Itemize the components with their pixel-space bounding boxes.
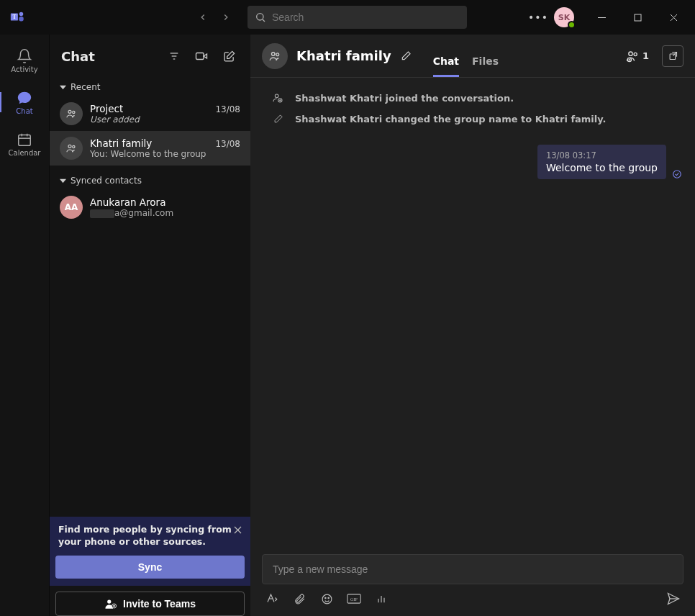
- participants-count: 1: [642, 50, 649, 61]
- chat-row-khatri-family[interactable]: Khatri family 13/08 You: Welcome to the …: [50, 131, 250, 166]
- svg-point-1: [19, 12, 24, 17]
- message-bubble[interactable]: 13/08 03:17 Welcome to the group: [537, 145, 666, 179]
- svg-point-21: [73, 111, 75, 113]
- rail-label: Activity: [11, 65, 37, 73]
- svg-point-33: [629, 52, 632, 55]
- tab-chat[interactable]: Chat: [433, 55, 459, 77]
- emoji-button[interactable]: [319, 592, 334, 606]
- chat-icon: [17, 90, 32, 106]
- chat-list-panel: Chat Recent Project: [49, 35, 250, 616]
- new-chat-button[interactable]: [219, 46, 239, 66]
- window-close-button[interactable]: [658, 6, 689, 29]
- popout-button[interactable]: [662, 45, 683, 67]
- edit-title-button[interactable]: [400, 50, 412, 62]
- send-button[interactable]: [666, 592, 681, 606]
- rail-activity[interactable]: Activity: [0, 40, 49, 81]
- svg-rect-17: [196, 53, 204, 60]
- section-synced-toggle[interactable]: Synced contacts: [50, 171, 250, 190]
- svg-marker-24: [60, 178, 66, 182]
- svg-text:GIF: GIF: [350, 597, 358, 602]
- forward-button[interactable]: [216, 7, 236, 27]
- contact-name: Anukaran Arora: [90, 196, 240, 208]
- search-box[interactable]: [247, 6, 467, 29]
- attach-icon: [294, 593, 306, 605]
- message-list: Shashwat Khatri joined the conversation.…: [250, 78, 695, 548]
- rail-chat[interactable]: Chat: [0, 82, 49, 122]
- message-input[interactable]: [262, 554, 683, 584]
- svg-point-32: [276, 53, 279, 55]
- calendar-icon: [17, 132, 32, 148]
- system-message: Shashwat Khatri changed the group name t…: [262, 111, 683, 127]
- system-message-text: Shashwat Khatri joined the conversation.: [295, 93, 514, 104]
- message-text: Welcome to the group: [546, 162, 658, 173]
- composer: GIF: [250, 548, 695, 616]
- svg-line-5: [263, 19, 265, 22]
- svg-point-40: [275, 94, 278, 98]
- rail-label: Chat: [16, 107, 32, 115]
- chat-title: Project: [90, 103, 123, 114]
- user-avatar[interactable]: SK: [554, 7, 574, 27]
- emoji-icon: [321, 593, 333, 605]
- group-avatar-icon: [60, 102, 83, 125]
- system-message-text: Shashwat Khatri changed the group name t…: [295, 114, 607, 124]
- meet-now-button[interactable]: [191, 46, 212, 66]
- chat-preview: You: Welcome to the group: [90, 149, 240, 159]
- person-add-icon: [271, 92, 285, 104]
- participants-button[interactable]: 1: [621, 46, 653, 66]
- attach-button[interactable]: [292, 592, 306, 606]
- conversation-title: Khatri family: [296, 48, 391, 63]
- chat-row-project[interactable]: Project 13/08 User added: [50, 96, 250, 131]
- teams-logo-icon: T: [6, 6, 29, 29]
- compose-icon: [223, 50, 235, 63]
- svg-point-27: [107, 599, 111, 603]
- svg-point-48: [327, 597, 328, 598]
- more-options-button[interactable]: •••: [527, 6, 550, 29]
- redacted-text: [90, 209, 114, 218]
- svg-point-23: [73, 145, 75, 148]
- section-recent-toggle[interactable]: Recent: [50, 78, 250, 96]
- rail-calendar[interactable]: Calendar: [0, 124, 49, 164]
- window-minimize-button[interactable]: [586, 6, 617, 29]
- svg-point-47: [324, 597, 325, 598]
- app-rail: Activity Chat Calendar: [0, 35, 49, 616]
- sync-promo-panel: Find more people by syncing from your ph…: [50, 517, 250, 616]
- people-add-icon: [625, 49, 640, 63]
- read-receipt-icon: [672, 169, 682, 179]
- dismiss-promo-button[interactable]: [230, 522, 245, 537]
- group-avatar-icon: [262, 43, 288, 69]
- back-button[interactable]: [193, 7, 213, 27]
- chat-time: 13/08: [215, 104, 240, 114]
- svg-point-46: [322, 594, 332, 604]
- filter-button[interactable]: [164, 46, 184, 66]
- conversation-header: Khatri family Chat Files 1: [250, 35, 695, 78]
- svg-rect-2: [19, 17, 23, 21]
- pencil-icon: [400, 50, 412, 62]
- search-input[interactable]: [272, 12, 460, 23]
- poll-button[interactable]: [374, 592, 389, 606]
- contact-avatar: AA: [60, 196, 83, 219]
- send-icon: [666, 592, 681, 606]
- close-icon: [234, 526, 242, 534]
- filter-icon: [168, 50, 180, 62]
- gif-button[interactable]: GIF: [347, 592, 361, 606]
- format-button[interactable]: [265, 592, 279, 606]
- group-avatar-icon: [60, 137, 83, 160]
- contact-row[interactable]: AA Anukaran Arora a@gmail.com: [50, 190, 250, 225]
- message-timestamp: 13/08 03:17: [546, 150, 658, 160]
- tab-files[interactable]: Files: [472, 55, 499, 77]
- svg-point-4: [257, 14, 263, 20]
- bell-icon: [17, 48, 32, 64]
- poll-icon: [376, 593, 387, 604]
- svg-point-34: [634, 53, 637, 55]
- contact-email: a@gmail.com: [90, 208, 240, 218]
- conversation-pane: Khatri family Chat Files 1 Shas: [250, 35, 695, 616]
- window-maximize-button[interactable]: [622, 6, 653, 29]
- chat-title: Khatri family: [90, 137, 152, 149]
- pencil-icon: [271, 114, 285, 124]
- video-icon: [195, 50, 208, 63]
- promo-text: Find more people by syncing from your ph…: [55, 524, 245, 556]
- presence-available-icon: [568, 21, 576, 29]
- invite-to-teams-button[interactable]: Invite to Teams: [55, 592, 245, 616]
- chat-panel-title: Chat: [61, 49, 157, 64]
- sync-button[interactable]: Sync: [55, 556, 245, 579]
